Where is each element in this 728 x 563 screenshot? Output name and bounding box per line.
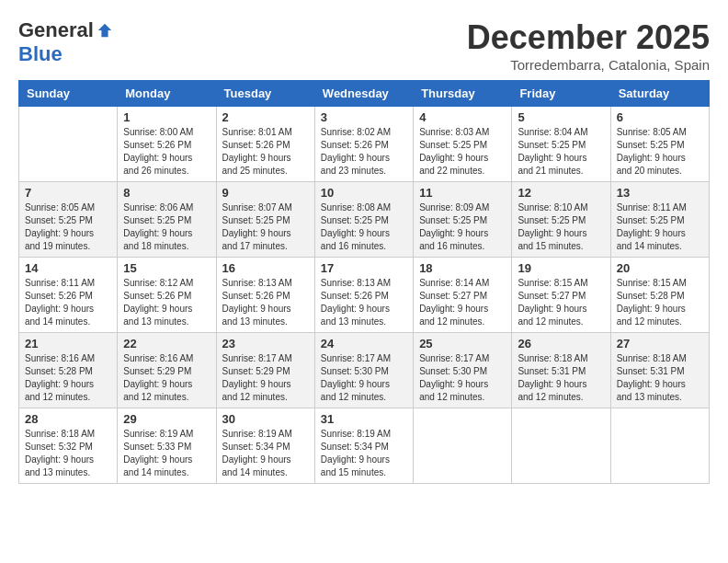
- day-number: 7: [25, 186, 111, 200]
- calendar-cell: 3Sunrise: 8:02 AMSunset: 5:26 PMDaylight…: [314, 107, 413, 182]
- calendar-cell: 12Sunrise: 8:10 AMSunset: 5:25 PMDayligh…: [512, 182, 610, 258]
- calendar-cell: 10Sunrise: 8:08 AMSunset: 5:25 PMDayligh…: [314, 182, 413, 258]
- logo-general-text: General: [18, 18, 94, 42]
- day-number: 29: [123, 412, 210, 426]
- day-number: 22: [123, 337, 210, 350]
- day-number: 28: [25, 412, 111, 426]
- calendar-week-row: 21Sunrise: 8:16 AMSunset: 5:28 PMDayligh…: [19, 333, 710, 408]
- day-number: 4: [419, 110, 506, 124]
- calendar-header-thursday: Thursday: [414, 81, 512, 107]
- day-number: 6: [617, 110, 703, 124]
- day-detail: Sunrise: 8:05 AMSunset: 5:25 PMDaylight:…: [617, 126, 703, 178]
- day-detail: Sunrise: 8:13 AMSunset: 5:26 PMDaylight:…: [222, 277, 309, 328]
- calendar-cell: 22Sunrise: 8:16 AMSunset: 5:29 PMDayligh…: [118, 333, 216, 408]
- day-detail: Sunrise: 8:17 AMSunset: 5:30 PMDaylight:…: [321, 352, 407, 404]
- calendar-header-row: SundayMondayTuesdayWednesdayThursdayFrid…: [19, 81, 710, 107]
- day-detail: Sunrise: 8:14 AMSunset: 5:27 PMDaylight:…: [419, 277, 506, 328]
- title-block: December 2025 Torredembarra, Catalonia, …: [467, 18, 710, 73]
- day-detail: Sunrise: 8:19 AMSunset: 5:34 PMDaylight:…: [222, 428, 309, 479]
- calendar-header-saturday: Saturday: [610, 81, 709, 107]
- day-detail: Sunrise: 8:03 AMSunset: 5:25 PMDaylight:…: [419, 126, 506, 178]
- page-header: General Blue December 2025 Torredembarra…: [18, 18, 710, 73]
- calendar-cell: 8Sunrise: 8:06 AMSunset: 5:25 PMDaylight…: [118, 182, 216, 258]
- calendar-cell: 2Sunrise: 8:01 AMSunset: 5:26 PMDaylight…: [216, 107, 314, 182]
- day-number: 30: [222, 412, 309, 426]
- day-detail: Sunrise: 8:19 AMSunset: 5:33 PMDaylight:…: [123, 428, 210, 479]
- logo: General Blue: [18, 18, 113, 66]
- day-number: 16: [222, 261, 309, 275]
- calendar-cell: 20Sunrise: 8:15 AMSunset: 5:28 PMDayligh…: [610, 258, 709, 333]
- calendar-cell: 17Sunrise: 8:13 AMSunset: 5:26 PMDayligh…: [314, 258, 413, 333]
- day-detail: Sunrise: 8:15 AMSunset: 5:28 PMDaylight:…: [617, 277, 703, 328]
- day-detail: Sunrise: 8:17 AMSunset: 5:29 PMDaylight:…: [222, 352, 309, 404]
- calendar-cell: 29Sunrise: 8:19 AMSunset: 5:33 PMDayligh…: [118, 408, 216, 484]
- calendar-week-row: 28Sunrise: 8:18 AMSunset: 5:32 PMDayligh…: [19, 408, 710, 484]
- day-number: 18: [419, 261, 506, 275]
- calendar-cell: 18Sunrise: 8:14 AMSunset: 5:27 PMDayligh…: [414, 258, 512, 333]
- day-detail: Sunrise: 8:18 AMSunset: 5:32 PMDaylight:…: [25, 428, 111, 479]
- calendar-cell: 15Sunrise: 8:12 AMSunset: 5:26 PMDayligh…: [118, 258, 216, 333]
- day-detail: Sunrise: 8:09 AMSunset: 5:25 PMDaylight:…: [419, 201, 506, 253]
- calendar-cell: 9Sunrise: 8:07 AMSunset: 5:25 PMDaylight…: [216, 182, 314, 258]
- day-number: 8: [123, 186, 210, 200]
- day-detail: Sunrise: 8:01 AMSunset: 5:26 PMDaylight:…: [222, 126, 309, 178]
- day-number: 26: [518, 337, 604, 350]
- calendar-cell: 28Sunrise: 8:18 AMSunset: 5:32 PMDayligh…: [19, 408, 118, 484]
- day-detail: Sunrise: 8:10 AMSunset: 5:25 PMDaylight:…: [518, 201, 604, 253]
- calendar-cell: 1Sunrise: 8:00 AMSunset: 5:26 PMDaylight…: [118, 107, 216, 182]
- calendar-cell: 26Sunrise: 8:18 AMSunset: 5:31 PMDayligh…: [512, 333, 610, 408]
- day-number: 20: [617, 261, 703, 275]
- day-number: 12: [518, 186, 604, 200]
- logo-icon: [97, 22, 113, 39]
- calendar-week-row: 7Sunrise: 8:05 AMSunset: 5:25 PMDaylight…: [19, 182, 710, 258]
- day-detail: Sunrise: 8:12 AMSunset: 5:26 PMDaylight:…: [123, 277, 210, 328]
- calendar-header-sunday: Sunday: [19, 81, 118, 107]
- calendar-header-friday: Friday: [512, 81, 610, 107]
- day-number: 21: [25, 337, 111, 350]
- calendar-cell: [414, 408, 512, 484]
- day-detail: Sunrise: 8:16 AMSunset: 5:28 PMDaylight:…: [25, 352, 111, 404]
- calendar-cell: [610, 408, 709, 484]
- calendar-cell: 13Sunrise: 8:11 AMSunset: 5:25 PMDayligh…: [610, 182, 709, 258]
- calendar-cell: 16Sunrise: 8:13 AMSunset: 5:26 PMDayligh…: [216, 258, 314, 333]
- calendar-cell: 14Sunrise: 8:11 AMSunset: 5:26 PMDayligh…: [19, 258, 118, 333]
- calendar-cell: [19, 107, 118, 182]
- calendar-week-row: 14Sunrise: 8:11 AMSunset: 5:26 PMDayligh…: [19, 258, 710, 333]
- calendar-cell: 6Sunrise: 8:05 AMSunset: 5:25 PMDaylight…: [610, 107, 709, 182]
- calendar-cell: 21Sunrise: 8:16 AMSunset: 5:28 PMDayligh…: [19, 333, 118, 408]
- day-number: 27: [617, 337, 703, 350]
- day-number: 17: [321, 261, 407, 275]
- calendar-cell: 27Sunrise: 8:18 AMSunset: 5:31 PMDayligh…: [610, 333, 709, 408]
- day-detail: Sunrise: 8:13 AMSunset: 5:26 PMDaylight:…: [321, 277, 407, 328]
- location-subtitle: Torredembarra, Catalonia, Spain: [467, 57, 710, 73]
- calendar-cell: 31Sunrise: 8:19 AMSunset: 5:34 PMDayligh…: [314, 408, 413, 484]
- day-number: 3: [321, 110, 407, 124]
- day-detail: Sunrise: 8:18 AMSunset: 5:31 PMDaylight:…: [617, 352, 703, 404]
- day-number: 19: [518, 261, 604, 275]
- calendar-cell: [512, 408, 610, 484]
- day-detail: Sunrise: 8:19 AMSunset: 5:34 PMDaylight:…: [321, 428, 407, 479]
- calendar-header-wednesday: Wednesday: [314, 81, 413, 107]
- day-number: 14: [25, 261, 111, 275]
- calendar-cell: 24Sunrise: 8:17 AMSunset: 5:30 PMDayligh…: [314, 333, 413, 408]
- day-number: 31: [321, 412, 407, 426]
- day-number: 24: [321, 337, 407, 350]
- calendar-week-row: 1Sunrise: 8:00 AMSunset: 5:26 PMDaylight…: [19, 107, 710, 182]
- calendar-cell: 4Sunrise: 8:03 AMSunset: 5:25 PMDaylight…: [414, 107, 512, 182]
- day-detail: Sunrise: 8:11 AMSunset: 5:26 PMDaylight:…: [25, 277, 111, 328]
- calendar-header-tuesday: Tuesday: [216, 81, 314, 107]
- month-title: December 2025: [467, 18, 710, 57]
- day-detail: Sunrise: 8:18 AMSunset: 5:31 PMDaylight:…: [518, 352, 604, 404]
- calendar-table: SundayMondayTuesdayWednesdayThursdayFrid…: [18, 80, 710, 484]
- day-detail: Sunrise: 8:05 AMSunset: 5:25 PMDaylight:…: [25, 201, 111, 253]
- calendar-cell: 23Sunrise: 8:17 AMSunset: 5:29 PMDayligh…: [216, 333, 314, 408]
- day-detail: Sunrise: 8:04 AMSunset: 5:25 PMDaylight:…: [518, 126, 604, 178]
- day-number: 9: [222, 186, 309, 200]
- day-detail: Sunrise: 8:00 AMSunset: 5:26 PMDaylight:…: [123, 126, 210, 178]
- day-detail: Sunrise: 8:11 AMSunset: 5:25 PMDaylight:…: [617, 201, 703, 253]
- calendar-cell: 19Sunrise: 8:15 AMSunset: 5:27 PMDayligh…: [512, 258, 610, 333]
- calendar-cell: 7Sunrise: 8:05 AMSunset: 5:25 PMDaylight…: [19, 182, 118, 258]
- calendar-cell: 5Sunrise: 8:04 AMSunset: 5:25 PMDaylight…: [512, 107, 610, 182]
- day-detail: Sunrise: 8:15 AMSunset: 5:27 PMDaylight:…: [518, 277, 604, 328]
- svg-marker-0: [98, 24, 111, 37]
